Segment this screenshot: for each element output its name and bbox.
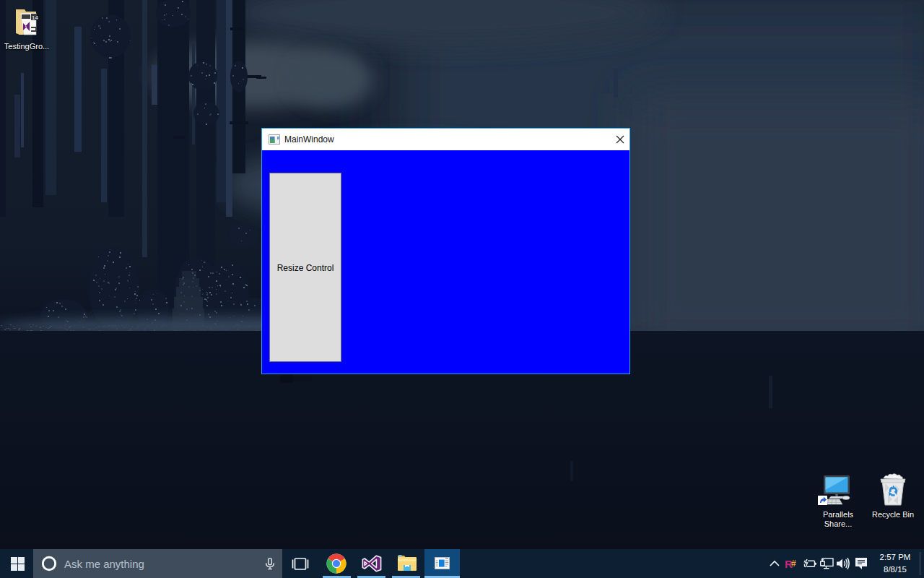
svg-text:14: 14 [32,14,38,21]
svg-text:#: # [791,558,796,569]
